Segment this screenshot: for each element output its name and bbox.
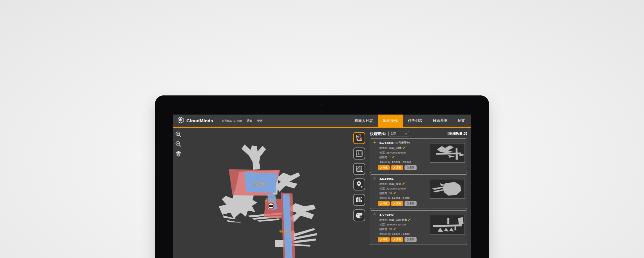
map-in-use-note: (12号使用中) — [394, 141, 410, 144]
brand-name: CloudMinds — [186, 118, 213, 123]
map-origin: 34.247，8.533 — [392, 232, 410, 236]
map-floor: 33 — [389, 192, 392, 195]
tab-robot-list[interactable]: 机器人列表 — [350, 115, 378, 127]
fullscreen-link[interactable]: 全屏 — [257, 119, 263, 123]
app-header: CloudMinds 欢迎BJDT2_Test 退出 全屏 机器人列表 地图操作… — [173, 115, 471, 128]
webcam-dot — [321, 104, 323, 105]
delete-map-button[interactable]: 删除 — [405, 237, 417, 242]
copy-map-button[interactable]: 复制 — [391, 237, 403, 242]
field-label: 坐标原点: — [379, 232, 391, 236]
edit-label: 修改 — [383, 166, 388, 169]
side-toolbar — [353, 132, 365, 221]
map-count-badge: 【地图数量:3】 — [446, 131, 469, 136]
field-label: 长宽: — [379, 151, 385, 155]
map-id: 82186961 — [379, 177, 393, 180]
field-label: 长宽: — [379, 187, 385, 190]
delete-map-button[interactable]: 删除 — [405, 165, 417, 170]
edit-icon[interactable] — [393, 191, 396, 195]
logout-link[interactable]: 退出 — [247, 119, 252, 123]
favorite-star-icon[interactable]: ☆ — [373, 213, 379, 216]
map-name: map_33层走廊 — [389, 218, 407, 222]
laptop-frame: CloudMinds 欢迎BJDT2_Test 退出 全屏 机器人列表 地图操作… — [155, 95, 489, 258]
delete-map-button[interactable]: 删除 — [405, 201, 417, 206]
field-label: 坐标原点: — [379, 160, 391, 164]
field-label: 楼层号: — [379, 156, 388, 159]
quick-search-label: 快速查找: — [370, 131, 386, 136]
brand: CloudMinds — [173, 115, 213, 127]
filter-dropdown[interactable]: 全部 — [388, 131, 409, 136]
field-label: 地图名: — [379, 218, 388, 222]
map-size: 56.600 x 25.100 — [386, 223, 406, 226]
favorite-star-icon[interactable]: ☆ — [373, 177, 379, 180]
tab-log-system[interactable]: 日志系统 — [428, 115, 452, 127]
edit-icon[interactable] — [393, 227, 396, 231]
delete-label: 删除 — [410, 238, 415, 241]
edit-icon[interactable] — [402, 146, 406, 150]
card-actions: 修改 复制 删除 — [370, 165, 467, 170]
map-card[interactable]: ☆ 82186961 地图名:map_腿腿 长宽:23.200 x 22.900… — [370, 174, 467, 209]
zoom-in-icon[interactable] — [175, 131, 182, 138]
copy-map-button[interactable]: 复制 — [391, 201, 403, 206]
edit-label: 修改 — [383, 238, 388, 241]
filter-value: 全部 — [390, 132, 396, 136]
delete-label: 删除 — [410, 202, 415, 205]
map-upload-icon[interactable] — [353, 209, 365, 221]
copy-map-button[interactable]: 复制 — [391, 165, 403, 170]
chevron-down-icon — [405, 132, 407, 135]
edit-map-button[interactable]: 修改 — [378, 201, 390, 206]
add-location-pin-icon[interactable] — [353, 178, 365, 190]
delete-label: 删除 — [410, 166, 415, 169]
map-floor: 1 — [389, 156, 390, 159]
area-label-2: 8.614m² — [265, 199, 276, 203]
field-label: 楼层号: — [379, 191, 388, 195]
map-marker-icon[interactable] — [353, 194, 365, 206]
field-label: 长宽: — [379, 223, 385, 226]
copy-label: 复制 — [396, 202, 401, 205]
welcome-text: 欢迎BJDT2_Test — [222, 119, 242, 123]
map-thumbnail[interactable] — [430, 143, 465, 163]
edit-icon[interactable] — [402, 182, 405, 186]
panel-head: 快速查找: 全部 【地图数量:3】 — [369, 130, 470, 137]
map-origin: 12.874，33.946 — [392, 160, 411, 164]
map-tools — [175, 131, 182, 157]
area-label-3: 80.215m² — [279, 230, 292, 233]
main-nav: 机器人列表 地图操作 任务列表 日志系统 配置 — [350, 115, 470, 127]
map-card[interactable]: ★ 51764845 (12号使用中) 地图名:map_33楼 长宽:25.40… — [370, 138, 467, 173]
field-label: 地图名: — [379, 146, 388, 150]
edit-map-button[interactable]: 修改 — [378, 165, 390, 170]
zoom-out-icon[interactable] — [175, 141, 182, 147]
map-name: map_33楼 — [389, 146, 401, 150]
scan-measure-icon[interactable] — [353, 147, 365, 160]
card-actions: 修改 复制 删除 — [370, 201, 467, 206]
map-floor: 33 — [389, 228, 392, 231]
copy-label: 复制 — [396, 238, 401, 241]
field-label: 坐标原点: — [379, 196, 391, 200]
patrol-point-list-icon[interactable] — [353, 132, 365, 144]
copy-label: 复制 — [396, 166, 401, 169]
favorite-star-icon[interactable]: ★ — [373, 141, 379, 144]
map-id: 51764845 — [379, 141, 393, 144]
add-hatched-area-icon[interactable] — [353, 163, 365, 175]
map-size: 25.400 x 50.000 — [386, 151, 406, 154]
tab-task-list[interactable]: 任务列表 — [403, 115, 428, 127]
map-size: 23.200 x 22.900 — [386, 187, 406, 190]
layers-icon[interactable] — [175, 150, 182, 157]
cloudminds-logo-icon — [177, 117, 184, 125]
app-screen: CloudMinds 欢迎BJDT2_Test 退出 全屏 机器人列表 地图操作… — [173, 115, 471, 258]
map-origin: 14.204，5.952 — [392, 196, 410, 200]
edit-map-button[interactable]: 修改 — [378, 237, 390, 242]
field-label: 地图名: — [379, 182, 388, 186]
area-label-1: 40.519m² — [254, 182, 267, 185]
map-id: 87749840 — [379, 213, 393, 216]
tab-config[interactable]: 配置 — [452, 115, 470, 127]
map-thumbnail[interactable] — [430, 179, 465, 199]
map-card[interactable]: ☆ 87749840 地图名:map_33层走廊 长宽:56.600 x 25.… — [370, 210, 467, 245]
map-thumbnail[interactable] — [430, 215, 465, 234]
map-name: map_腿腿 — [389, 182, 401, 186]
tab-map-operations[interactable]: 地图操作 — [378, 115, 403, 127]
edit-icon[interactable] — [392, 156, 395, 159]
card-actions: 修改 复制 删除 — [370, 237, 467, 242]
edit-icon[interactable] — [408, 218, 411, 222]
session-links: 欢迎BJDT2_Test 退出 全屏 — [222, 115, 263, 127]
edit-label: 修改 — [383, 202, 388, 205]
